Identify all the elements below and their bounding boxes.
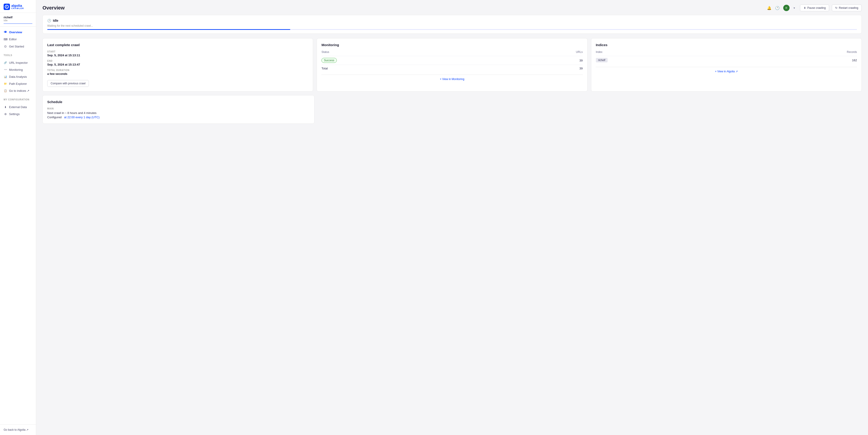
sidebar-item-monitoring-label: Monitoring — [9, 68, 23, 71]
restart-crawling-button[interactable]: ↻ Restart crawling — [832, 4, 862, 11]
crawl-end-field: END Sep. 5, 2024 at 15:13:47 — [47, 60, 308, 66]
status-progress-bar-container — [47, 29, 857, 30]
monitoring-card: Monitoring Status URLs Success 39 Total … — [317, 38, 587, 92]
sidebar-item-overview-label: Overview — [9, 31, 22, 34]
go-to-indices-icon: 📋 — [4, 89, 7, 92]
sidebar-item-url-inspector[interactable]: 🔗 URL Inspector — [0, 59, 36, 66]
sidebar-item-external-data-label: External Data — [9, 105, 27, 109]
status-subtitle: Waiting for the next scheduled crawl... — [47, 24, 857, 27]
success-badge: Success — [321, 58, 337, 63]
notification-icon[interactable]: 🔔 — [767, 6, 772, 10]
crawl-start-label: START — [47, 51, 308, 53]
monitoring-urls-col: URLs — [576, 51, 583, 54]
sidebar-item-path-explorer-label: Path Explorer — [9, 82, 27, 86]
last-crawl-card-title: Last complete crawl — [47, 43, 308, 47]
sidebar-item-get-started-label: Get Started — [9, 45, 24, 48]
get-started-icon: ⊙ — [4, 44, 7, 48]
sidebar-item-external-data[interactable]: ⬇ External Data — [0, 103, 36, 111]
pause-crawling-label: Pause crawling — [807, 6, 826, 9]
crawl-duration-value: a few seconds — [47, 72, 308, 75]
sidebar-item-settings-label: Settings — [9, 112, 20, 116]
index-col-label: Index — [596, 51, 602, 54]
user-status: Idle — [4, 19, 32, 22]
records-col-label: Records — [847, 51, 857, 54]
status-progress-bar-fill — [47, 29, 290, 30]
indices-card: Indices Index Records richelf 162 + View… — [591, 38, 862, 92]
view-monitoring-label: + View in Monitoring — [440, 77, 464, 81]
overview-icon: 👁 — [4, 30, 7, 34]
schedule-next-crawl: Next crawl in ~ 8 hours and 4 minutes — [47, 111, 310, 115]
crawl-end-value: Sep. 5, 2024 at 15:13:47 — [47, 63, 308, 66]
schedule-card-title: Schedule — [47, 100, 310, 104]
crawl-start-field: START Sep. 5, 2024 at 15:13:11 — [47, 51, 308, 57]
monitoring-status-col: Status — [321, 51, 329, 54]
view-in-monitoring-link[interactable]: + View in Monitoring — [321, 74, 583, 84]
sidebar-item-settings[interactable]: ⚙ Settings — [0, 111, 36, 118]
editor-icon: ⌨ — [4, 38, 7, 41]
schedule-configured-label: Configured — [47, 116, 62, 119]
user-avatar[interactable]: R — [783, 5, 789, 11]
crawl-end-label: END — [47, 60, 308, 62]
view-in-algolia-link[interactable]: + View in Algolia ↗ — [596, 67, 857, 76]
compare-with-previous-crawl-button[interactable]: Compare with previous crawl — [47, 80, 89, 87]
status-row: 🕐 Idle — [47, 19, 857, 22]
status-title: Idle — [53, 19, 58, 22]
monitoring-card-title: Monitoring — [321, 43, 583, 47]
sidebar-item-data-analysis[interactable]: 📊 Data Analysis — [0, 73, 36, 80]
pause-crawling-button[interactable]: ⏸ Pause crawling — [800, 4, 829, 11]
schedule-configured-row: Configured at 22:00 every 1 day (UTC) — [47, 116, 310, 119]
settings-icon: ⚙ — [4, 113, 7, 116]
index-name-pill: richelf — [596, 58, 608, 62]
monitoring-success-row: Success 39 — [321, 56, 583, 65]
restart-crawling-label: Restart crawling — [839, 6, 858, 9]
monitoring-total-value: 39 — [579, 67, 583, 70]
main-nav: 👁 Overview ⌨ Editor ⊙ Get Started — [0, 27, 36, 52]
cards-grid: Last complete crawl START Sep. 5, 2024 a… — [42, 38, 862, 92]
user-section: richelf Idle — [0, 13, 36, 27]
sidebar-item-go-to-indices-label: Go to indices ↗ — [9, 89, 30, 92]
sidebar: algolia CRAWLER richelf Idle 👁 Overview … — [0, 0, 36, 435]
config-section-label: MY CONFIGURATION — [0, 96, 36, 102]
sidebar-item-overview[interactable]: 👁 Overview — [0, 29, 36, 36]
idle-status-icon: 🕐 — [47, 19, 51, 22]
external-data-icon: ⬇ — [4, 105, 7, 109]
go-back-to-algolia-link[interactable]: Go back to Algolia ↗ — [4, 428, 32, 431]
algolia-logo-icon — [4, 4, 10, 10]
logo: algolia CRAWLER — [4, 4, 32, 10]
sidebar-item-get-started[interactable]: ⊙ Get Started — [0, 43, 36, 50]
status-bar: 🕐 Idle Waiting for the next scheduled cr… — [42, 15, 862, 34]
monitoring-table-header: Status URLs — [321, 51, 583, 54]
sidebar-item-url-inspector-label: URL Inspector — [9, 61, 28, 64]
main-content: Overview 🔔 🕐 R ▼ ⏸ Pause crawling ↻ Rest… — [36, 0, 868, 435]
sidebar-item-path-explorer[interactable]: 📁 Path Explorer — [0, 80, 36, 87]
logo-algolia-text: algolia — [11, 4, 24, 8]
monitoring-total-row: Total 39 — [321, 65, 583, 72]
view-algolia-label: + View in Algolia ↗ — [715, 70, 738, 73]
crawl-duration-label: TOTAL DURATION — [47, 69, 308, 71]
topbar-right: 🔔 🕐 R ▼ ⏸ Pause crawling ↻ Restart crawl… — [767, 4, 862, 11]
schedule-card: Schedule MAIN Next crawl in ~ 8 hours an… — [42, 95, 314, 124]
data-analysis-icon: 📊 — [4, 75, 7, 78]
chevron-down-icon[interactable]: ▼ — [793, 7, 796, 9]
compare-btn-label: Compare with previous crawl — [51, 82, 86, 85]
indices-card-title: Indices — [596, 43, 857, 47]
indices-table-header: Index Records — [596, 51, 857, 54]
second-row: Schedule MAIN Next crawl in ~ 8 hours an… — [42, 95, 862, 124]
crawl-duration-field: TOTAL DURATION a few seconds — [47, 69, 308, 75]
path-explorer-icon: 📁 — [4, 82, 7, 85]
clock-icon[interactable]: 🕐 — [775, 6, 780, 10]
sidebar-item-monitoring[interactable]: 〰 Monitoring — [0, 66, 36, 73]
sidebar-item-editor-label: Editor — [9, 37, 17, 41]
sidebar-item-data-analysis-label: Data Analysis — [9, 75, 27, 79]
sidebar-item-go-to-indices[interactable]: 📋 Go to indices ↗ — [0, 87, 36, 94]
go-back-label: Go back to Algolia ↗ — [4, 428, 29, 431]
url-inspector-icon: 🔗 — [4, 61, 7, 64]
logo-crawler-text: CRAWLER — [11, 7, 24, 10]
topbar-icons: 🔔 🕐 R ▼ — [767, 5, 796, 11]
sidebar-item-editor[interactable]: ⌨ Editor — [0, 36, 36, 43]
topbar: Overview 🔔 🕐 R ▼ ⏸ Pause crawling ↻ Rest… — [36, 0, 868, 15]
index-records-value: 162 — [852, 59, 857, 62]
schedule-configured-link[interactable]: at 22:00 every 1 day (UTC) — [64, 116, 99, 119]
schedule-main-label: MAIN — [47, 107, 310, 110]
tools-section-label: TOOLS — [0, 52, 36, 57]
